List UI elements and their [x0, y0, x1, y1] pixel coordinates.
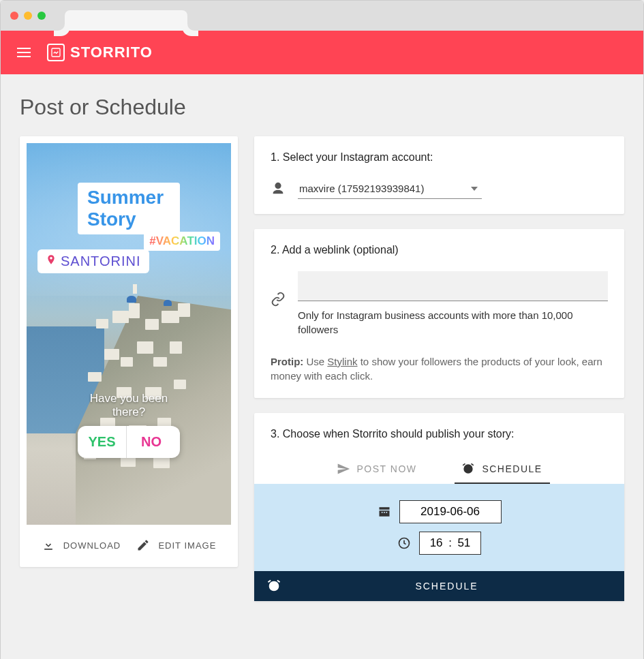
step2-label: 2. Add a weblink (optional) [271, 244, 608, 256]
browser-chrome [1, 1, 643, 31]
window-minimize-dot[interactable] [24, 12, 32, 20]
protip-text: Protip: Use Stylink to show your followe… [271, 354, 608, 383]
story-poll: Have you been there? YES NO [78, 392, 180, 458]
account-icon [271, 181, 286, 196]
brand-logo: STORRITO [47, 44, 153, 61]
weblink-helper: Only for Instagram business accounts wit… [298, 308, 608, 337]
tab-post-now[interactable]: POST NOW [329, 455, 425, 484]
browser-window: STORRITO Post or Schedule [0, 0, 644, 659]
hour-input[interactable] [427, 536, 446, 550]
minute-input[interactable] [455, 536, 474, 550]
app-header: STORRITO [1, 31, 643, 74]
time-input[interactable]: : [419, 532, 481, 555]
tab-schedule[interactable]: SCHEDULE [455, 455, 550, 484]
download-icon [42, 538, 55, 552]
story-title-sticker: Summer Story [78, 183, 180, 234]
clock-icon [397, 536, 411, 550]
weblink-input[interactable] [298, 271, 608, 301]
account-select[interactable]: maxvire (17592193939841) [298, 179, 482, 199]
step1-label: 1. Select your Instagram account: [271, 151, 608, 164]
poll-question: Have you been there? [78, 392, 180, 419]
stylink-link[interactable]: Stylink [327, 356, 357, 367]
link-icon [271, 292, 286, 307]
pencil-icon [136, 538, 150, 552]
date-input[interactable] [399, 500, 502, 523]
brand-text: STORRITO [70, 44, 153, 61]
poll-yes-button[interactable]: YES [78, 426, 127, 458]
schedule-button[interactable]: SCHEDULE [254, 571, 624, 601]
window-close-dot[interactable] [10, 12, 18, 20]
pin-icon [46, 254, 57, 269]
send-icon [337, 462, 350, 476]
preview-card: Summer Story #VACATION SANTORINI Have yo… [20, 136, 238, 567]
page-title: Post or Schedule [20, 95, 624, 120]
brand-icon [47, 44, 65, 61]
menu-icon[interactable] [17, 48, 31, 57]
download-button[interactable]: DOWNLOAD [42, 538, 121, 552]
step2-card: 2. Add a weblink (optional) Only for Ins… [254, 229, 624, 398]
story-preview: Summer Story #VACATION SANTORINI Have yo… [27, 143, 231, 525]
schedule-panel: : [254, 484, 624, 571]
story-hashtag-sticker: #VACATION [144, 232, 220, 251]
story-location-sticker: SANTORINI [37, 249, 149, 273]
page-body: Post or Schedule [1, 74, 643, 659]
edit-image-button[interactable]: EDIT IMAGE [136, 538, 216, 552]
alarm-icon [266, 579, 281, 594]
alarm-icon [461, 462, 475, 476]
calendar-icon [378, 505, 391, 519]
browser-tab[interactable] [65, 10, 187, 31]
poll-no-button[interactable]: NO [127, 426, 176, 458]
window-maximize-dot[interactable] [37, 12, 46, 20]
step3-card: 3. Choose when Storrito should publish y… [254, 413, 624, 601]
step1-card: 1. Select your Instagram account: maxvir… [254, 136, 624, 214]
step3-label: 3. Choose when Storrito should publish y… [271, 428, 608, 440]
